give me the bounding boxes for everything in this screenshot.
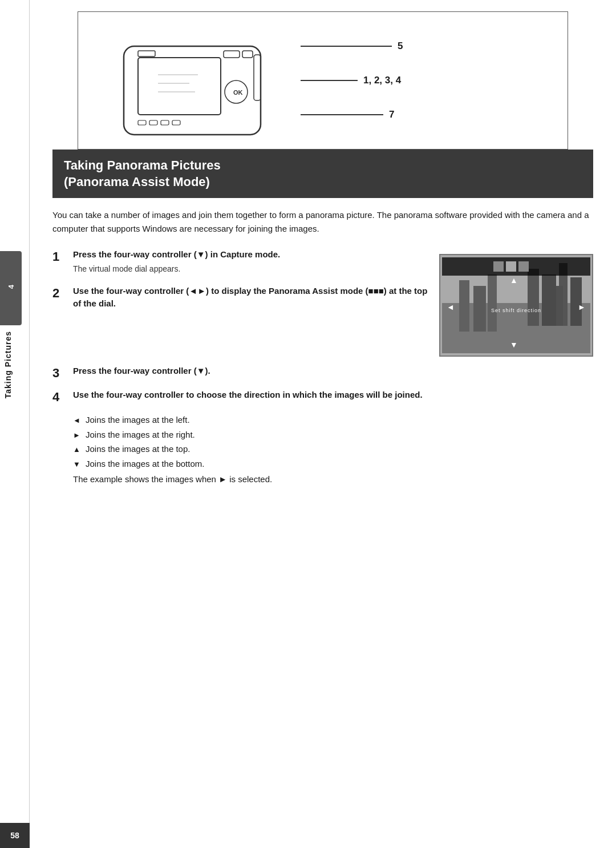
step-2-instruction: Use the four-way controller (◄►) to disp…: [73, 285, 428, 310]
svg-rect-24: [473, 286, 486, 332]
chapter-number: 4: [7, 285, 15, 289]
label-1234: 1, 2, 3, 4: [301, 75, 401, 86]
svg-rect-9: [161, 120, 169, 125]
bullet-text-right: Joins the images at the right.: [86, 427, 195, 442]
step-1-instruction: Press the four-way controller (▼) in Cap…: [73, 248, 428, 261]
sidebar: 4 Taking Pictures 58: [0, 0, 30, 848]
svg-rect-8: [149, 120, 157, 125]
bullet-item-left: ◄ Joins the images at the left.: [73, 413, 593, 427]
svg-text:Set shift direction: Set shift direction: [491, 308, 541, 313]
page-number-box: 58: [0, 823, 30, 848]
svg-rect-10: [172, 120, 180, 125]
example-text: The example shows the images when ► is s…: [73, 474, 593, 484]
label-7: 7: [301, 109, 394, 120]
label-5-text: 5: [398, 41, 403, 52]
svg-text:▼: ▼: [510, 340, 518, 349]
step-4-number: 4: [52, 389, 73, 405]
camera-illustration: OK: [107, 23, 278, 138]
bullet-item-right: ► Joins the images at the right.: [73, 427, 593, 442]
step-2-content: Use the four-way controller (◄►) to disp…: [73, 285, 428, 312]
bullet-symbol-left: ◄: [73, 414, 81, 427]
steps-with-image: 1 Press the four-way controller (▼) in C…: [52, 248, 593, 357]
step-2: 2 Use the four-way controller (◄►) to di…: [52, 285, 428, 312]
section-title-line2: (Panorama Assist Mode): [64, 175, 210, 189]
svg-text:►: ►: [578, 302, 586, 312]
svg-rect-1: [138, 58, 221, 115]
svg-text:OK: OK: [233, 89, 243, 96]
svg-rect-4: [138, 51, 155, 56]
camera-preview: ▲ ▼ ◄ ► Set shift direction: [439, 254, 593, 357]
bullet-text-top: Joins the images at the top.: [86, 442, 190, 457]
svg-rect-18: [528, 269, 539, 326]
svg-rect-19: [542, 274, 556, 326]
bullet-text-left: Joins the images at the left.: [86, 413, 190, 427]
svg-rect-11: [254, 55, 261, 100]
bullet-symbol-top: ▲: [73, 443, 81, 456]
chapter-tab: 4: [0, 251, 22, 325]
steps-left: 1 Press the four-way controller (▼) in C…: [52, 248, 428, 320]
main-content: OK 5 1, 2, 3,: [30, 0, 616, 848]
camera-diagram: OK 5 1, 2, 3,: [78, 11, 568, 150]
bullet-item-bottom: ▼ Joins the images at the bottom.: [73, 457, 593, 471]
step-2-number: 2: [52, 285, 73, 301]
step-4-instruction: Use the four-way controller to choose th…: [73, 389, 593, 401]
bullet-item-top: ▲ Joins the images at the top.: [73, 442, 593, 457]
svg-rect-21: [570, 277, 582, 326]
svg-rect-28: [506, 261, 516, 272]
bullet-symbol-right: ►: [73, 429, 81, 442]
preview-svg: ▲ ▼ ◄ ► Set shift direction: [442, 257, 590, 353]
svg-rect-23: [459, 280, 469, 332]
page-number: 58: [10, 831, 19, 840]
chapter-label: Taking Pictures: [3, 331, 13, 398]
step-3: 3 Press the four-way controller (▼).: [52, 365, 593, 381]
bullet-list: ◄ Joins the images at the left. ► Joins …: [73, 413, 593, 471]
diagram-labels: 5 1, 2, 3, 4 7: [289, 29, 550, 132]
svg-rect-27: [493, 261, 504, 272]
svg-rect-25: [488, 274, 497, 332]
step-4-content: Use the four-way controller to choose th…: [73, 389, 593, 403]
svg-text:◄: ◄: [447, 302, 455, 312]
step-3-instruction: Press the four-way controller (▼).: [73, 365, 593, 377]
intro-text: You can take a number of images and join…: [52, 208, 593, 236]
bullet-text-bottom: Joins the images at the bottom.: [86, 457, 204, 471]
svg-rect-3: [242, 51, 253, 58]
svg-rect-7: [138, 120, 146, 125]
label-7-text: 7: [389, 109, 394, 120]
camera-svg: OK: [95, 23, 289, 138]
step-3-content: Press the four-way controller (▼).: [73, 365, 593, 379]
svg-rect-2: [224, 51, 240, 58]
step-1-content: Press the four-way controller (▼) in Cap…: [73, 248, 428, 277]
svg-text:▲: ▲: [510, 276, 518, 285]
label-1234-text: 1, 2, 3, 4: [363, 75, 401, 86]
svg-rect-22: [556, 286, 563, 326]
section-title-line1: Taking Panorama Pictures: [64, 158, 221, 172]
step-3-number: 3: [52, 365, 73, 381]
label-5: 5: [301, 41, 403, 52]
bullet-symbol-bottom: ▼: [73, 458, 81, 471]
step-1-sub: The virtual mode dial appears.: [73, 263, 428, 274]
section-title: Taking Panorama Pictures (Panorama Assis…: [52, 150, 593, 198]
step-1-number: 1: [52, 248, 73, 264]
svg-rect-29: [518, 261, 529, 272]
step-4: 4 Use the four-way controller to choose …: [52, 389, 593, 405]
step-1: 1 Press the four-way controller (▼) in C…: [52, 248, 428, 277]
